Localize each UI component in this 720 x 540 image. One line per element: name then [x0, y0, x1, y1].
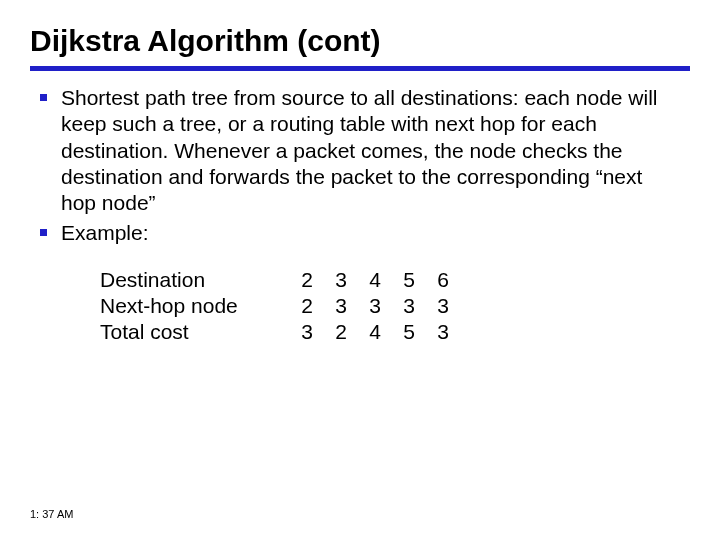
slide-title: Dijkstra Algorithm (cont): [30, 24, 690, 64]
cell: 3: [392, 293, 426, 319]
row-label-destination: Destination: [100, 267, 290, 293]
cell: 4: [358, 319, 392, 345]
cell: 6: [426, 267, 460, 293]
cell: 5: [392, 319, 426, 345]
slide: Dijkstra Algorithm (cont) Shortest path …: [0, 0, 720, 540]
table-grid: 2 3 4 5 6 2 3 3 3 3 3 2 4 5 3: [290, 267, 460, 346]
cell: 2: [324, 319, 358, 345]
cell: 3: [324, 267, 358, 293]
row-label-total-cost: Total cost: [100, 319, 290, 345]
footer-timestamp: 1: 37 AM: [30, 508, 73, 520]
table-row-labels: Destination Next-hop node Total cost: [100, 267, 290, 346]
cell: 4: [358, 267, 392, 293]
cell: 3: [426, 319, 460, 345]
bullet-icon: [40, 94, 47, 101]
cell: 3: [358, 293, 392, 319]
bullet-icon: [40, 229, 47, 236]
list-item: Example:: [40, 220, 690, 246]
row-label-next-hop: Next-hop node: [100, 293, 290, 319]
bullet-list: Shortest path tree from source to all de…: [40, 85, 690, 247]
cell: 2: [290, 267, 324, 293]
title-underline: [30, 66, 690, 71]
bullet-text: Example:: [61, 220, 149, 246]
cell: 3: [426, 293, 460, 319]
cell: 3: [290, 319, 324, 345]
list-item: Shortest path tree from source to all de…: [40, 85, 690, 216]
cell: 3: [324, 293, 358, 319]
cell: 2: [290, 293, 324, 319]
cell: 5: [392, 267, 426, 293]
bullet-text: Shortest path tree from source to all de…: [61, 85, 661, 216]
example-table: Destination Next-hop node Total cost 2 3…: [100, 267, 690, 346]
